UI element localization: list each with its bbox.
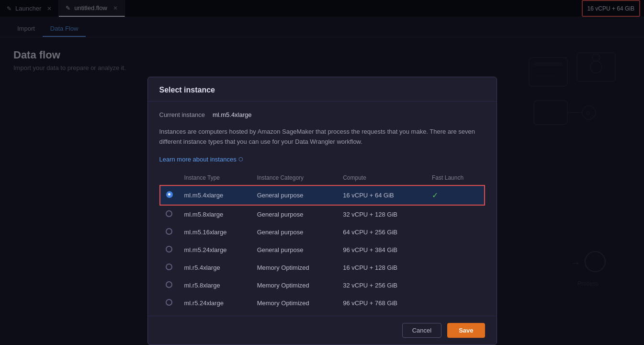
radio-button[interactable] [166, 246, 172, 253]
compute-cell: 32 vCPU + 256 GiB [337, 276, 426, 294]
current-instance-row: Current instance ml.m5.4xlarge [159, 111, 485, 118]
instance-type-cell: ml.m5.8xlarge [179, 205, 251, 223]
compute-cell: 64 vCPU + 256 GiB [337, 223, 426, 241]
instance-category-cell: General purpose [251, 185, 337, 205]
fast-launch-cell [426, 223, 484, 241]
fast-launch-cell [426, 259, 484, 276]
radio-cell [160, 223, 179, 241]
fast-launch-cell: ✓ [426, 185, 484, 205]
fast-launch-cell [426, 205, 484, 223]
table-row[interactable]: ml.r5.4xlargeMemory Optimized16 vCPU + 1… [160, 259, 485, 276]
instance-category-cell: General purpose [251, 223, 337, 241]
radio-cell [160, 185, 179, 205]
save-button[interactable]: Save [447, 323, 485, 338]
table-row[interactable]: ml.m5.8xlargeGeneral purpose32 vCPU + 12… [160, 205, 485, 223]
table-row[interactable]: ml.r5.24xlargeMemory Optimized96 vCPU + … [160, 294, 485, 312]
radio-cell [160, 241, 179, 259]
fast-launch-cell [426, 276, 484, 294]
instance-table: Instance Type Instance Category Compute … [159, 171, 485, 312]
instance-type-cell: ml.r5.4xlarge [179, 259, 251, 276]
learn-more-text: Learn more about instances [159, 156, 237, 163]
radio-cell [160, 276, 179, 294]
instance-type-cell: ml.m5.4xlarge [179, 185, 251, 205]
instance-category-cell: Memory Optimized [251, 294, 337, 312]
fast-launch-cell [426, 241, 484, 259]
select-instance-modal: Select instance Current instance ml.m5.4… [147, 77, 497, 345]
table-row[interactable]: ml.r5.8xlargeMemory Optimized32 vCPU + 2… [160, 276, 485, 294]
instance-category-cell: Memory Optimized [251, 259, 337, 276]
fast-launch-cell [426, 294, 484, 312]
compute-cell: 96 vCPU + 768 GiB [337, 294, 426, 312]
external-link-icon: ⬡ [238, 156, 243, 162]
table-row[interactable]: ml.m5.4xlargeGeneral purpose16 vCPU + 64… [160, 185, 485, 205]
radio-cell [160, 205, 179, 223]
compute-cell: 96 vCPU + 384 GiB [337, 241, 426, 259]
instance-type-cell: ml.m5.24xlarge [179, 241, 251, 259]
instance-category-cell: General purpose [251, 241, 337, 259]
instance-category-cell: General purpose [251, 205, 337, 223]
col-compute: Compute [337, 171, 426, 185]
table-row[interactable]: ml.m5.16xlargeGeneral purpose64 vCPU + 2… [160, 223, 485, 241]
radio-button[interactable] [166, 264, 172, 270]
modal-body: Current instance ml.m5.4xlarge Instances… [148, 102, 497, 316]
col-radio [160, 171, 179, 185]
instance-type-cell: ml.r5.8xlarge [179, 276, 251, 294]
current-instance-label: Current instance [159, 111, 205, 118]
learn-more-link[interactable]: Learn more about instances ⬡ [159, 156, 243, 163]
radio-button[interactable] [166, 191, 173, 198]
instance-type-cell: ml.m5.16xlarge [179, 223, 251, 241]
radio-cell [160, 259, 179, 276]
instance-category-cell: Memory Optimized [251, 276, 337, 294]
modal-header: Select instance [148, 77, 497, 102]
cancel-button[interactable]: Cancel [402, 323, 441, 338]
radio-cell [160, 294, 179, 312]
instance-description: Instances are computers hosted by Amazon… [159, 127, 485, 147]
compute-cell: 16 vCPU + 128 GiB [337, 259, 426, 276]
modal-title: Select instance [159, 86, 215, 94]
compute-cell: 32 vCPU + 128 GiB [337, 205, 426, 223]
col-instance-type: Instance Type [179, 171, 251, 185]
instance-type-cell: ml.r5.24xlarge [179, 294, 251, 312]
radio-button[interactable] [166, 299, 172, 306]
modal-overlay: Select instance Current instance ml.m5.4… [0, 0, 644, 345]
radio-button[interactable] [166, 210, 172, 217]
current-instance-value: ml.m5.4xlarge [213, 111, 252, 118]
compute-cell: 16 vCPU + 64 GiB [337, 185, 426, 205]
radio-button[interactable] [166, 228, 172, 235]
table-row[interactable]: ml.m5.24xlargeGeneral purpose96 vCPU + 3… [160, 241, 485, 259]
col-fast-launch: Fast Launch [426, 171, 484, 185]
col-instance-category: Instance Category [251, 171, 337, 185]
radio-button[interactable] [166, 281, 172, 288]
checkmark-icon: ✓ [432, 191, 438, 199]
modal-footer: Cancel Save [148, 316, 497, 345]
